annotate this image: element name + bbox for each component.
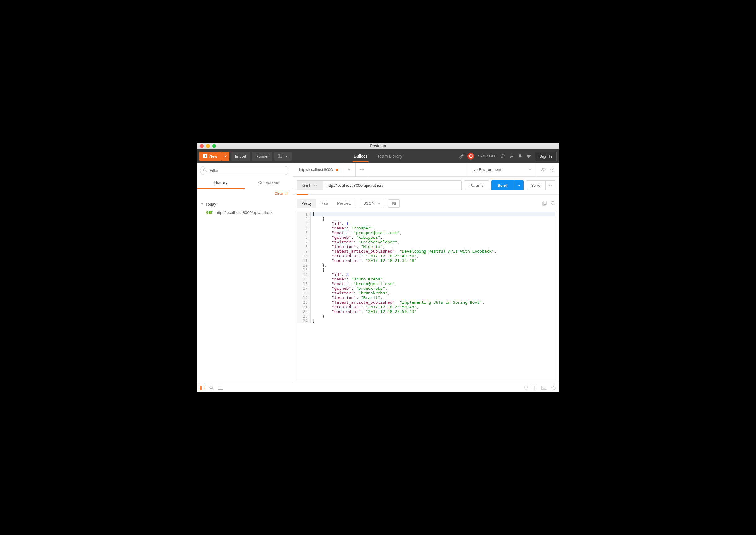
chevron-down-icon: [224, 155, 227, 157]
request-row: GET Params Send Save: [293, 177, 559, 194]
svg-point-5: [543, 169, 544, 170]
toolbar-center-tabs: Builder Team Library: [353, 150, 404, 162]
heart-icon[interactable]: [526, 154, 531, 159]
sidebar-tab-history[interactable]: History: [197, 177, 245, 189]
tab-team-library[interactable]: Team Library: [376, 150, 403, 162]
method-select[interactable]: GET: [297, 180, 323, 190]
svg-rect-13: [218, 386, 223, 390]
svg-rect-8: [544, 201, 546, 205]
raw-button[interactable]: Raw: [316, 199, 333, 208]
sidebar-toggle-button[interactable]: [200, 386, 205, 390]
view-mode-segmented: Pretty Raw Preview: [297, 199, 356, 208]
new-button[interactable]: New: [199, 152, 221, 161]
environment-label: No Environment: [472, 167, 501, 172]
close-icon[interactable]: [200, 144, 204, 148]
chevron-down-icon: [549, 184, 552, 186]
search-icon: [203, 168, 207, 172]
find-button[interactable]: [209, 386, 214, 390]
console-button[interactable]: [218, 386, 223, 390]
unsaved-dot-icon: [336, 169, 338, 171]
sidebar-tab-collections[interactable]: Collections: [245, 177, 293, 189]
sync-indicator[interactable]: [468, 153, 474, 159]
tab-options-button[interactable]: •••: [356, 163, 369, 176]
wrap-icon: [391, 202, 396, 205]
tab-builder[interactable]: Builder: [353, 150, 369, 162]
history-group-label: Today: [205, 202, 216, 207]
response-body-editor[interactable]: 1▾[2▾ {3 "id": 1,4 "name": "Prosper",5 "…: [297, 211, 556, 379]
plus-icon: [203, 154, 207, 158]
copy-response-button[interactable]: [542, 201, 547, 206]
preview-button[interactable]: Preview: [333, 199, 356, 208]
svg-rect-11: [200, 386, 202, 390]
sidebar: History Collections Clear all ▼ Today GE…: [197, 163, 293, 382]
send-dropdown-button[interactable]: [514, 180, 524, 190]
import-button[interactable]: Import: [231, 152, 250, 161]
traffic-lights: [200, 144, 216, 148]
bootcamp-button[interactable]: [524, 385, 528, 390]
method-label: GET: [302, 183, 311, 188]
chevron-down-icon: [377, 203, 380, 204]
request-tab[interactable]: http://localhost:8000/: [295, 163, 343, 176]
toolbar-right: SYNC OFF Sign In: [459, 152, 557, 161]
runner-button[interactable]: Runner: [252, 152, 273, 161]
svg-point-6: [552, 169, 553, 170]
bell-icon[interactable]: [518, 154, 523, 159]
main-toolbar: New Import Runner Builder Team Library S…: [197, 149, 559, 163]
tab-env-row: http://localhost:8000/ ＋ ••• No Environm…: [293, 163, 559, 177]
help-button[interactable]: [551, 385, 556, 390]
new-dropdown-button[interactable]: [221, 152, 229, 161]
app-body: History Collections Clear all ▼ Today GE…: [197, 163, 559, 382]
minimize-icon[interactable]: [206, 144, 210, 148]
response-toolbar: Pretty Raw Preview JSON: [293, 195, 559, 211]
maximize-icon[interactable]: [212, 144, 216, 148]
format-label: JSON: [364, 201, 375, 206]
chevron-down-icon: [529, 169, 531, 171]
titlebar: Postman: [197, 143, 559, 149]
env-quicklook-button[interactable]: [539, 167, 547, 173]
sync-status-label: SYNC OFF: [478, 154, 497, 158]
request-tab-label: http://localhost:8000/: [299, 168, 333, 172]
main-pane: http://localhost:8000/ ＋ ••• No Environm…: [293, 163, 559, 382]
two-pane-button[interactable]: [532, 386, 537, 390]
wrap-lines-button[interactable]: [388, 199, 400, 208]
env-settings-button[interactable]: [549, 166, 556, 174]
signin-button[interactable]: Sign In: [535, 152, 557, 161]
svg-point-12: [210, 386, 212, 389]
search-response-button[interactable]: [551, 201, 556, 206]
pretty-button[interactable]: Pretty: [297, 199, 316, 208]
new-window-button[interactable]: [274, 152, 292, 160]
method-badge: GET: [206, 211, 213, 214]
keyboard-button[interactable]: [541, 386, 547, 390]
window-title: Postman: [370, 144, 386, 148]
windows-icon: [278, 154, 284, 158]
history-item[interactable]: GET http://localhost:8000/api/authors: [197, 209, 292, 217]
clear-all-link[interactable]: Clear all: [197, 189, 292, 198]
params-button[interactable]: Params: [464, 180, 489, 190]
satellite-icon[interactable]: [459, 154, 464, 159]
svg-point-4: [203, 169, 206, 171]
chevron-down-icon: [286, 155, 288, 157]
history-group-header[interactable]: ▼ Today: [197, 200, 292, 209]
new-tab-button[interactable]: ＋: [343, 163, 356, 176]
send-button[interactable]: Send: [491, 180, 514, 190]
filter-input[interactable]: [200, 166, 289, 175]
format-select[interactable]: JSON: [360, 199, 384, 208]
caret-down-icon: ▼: [200, 203, 204, 206]
history-item-url: http://localhost:8000/api/authors: [216, 210, 273, 215]
request-section-divider: [293, 194, 559, 195]
status-bar: [197, 382, 559, 392]
globe-icon[interactable]: [500, 154, 505, 159]
environment-select[interactable]: No Environment: [468, 163, 536, 176]
app-window: Postman New Import Runner Builder Team L…: [197, 143, 559, 392]
svg-rect-2: [279, 154, 283, 157]
url-input[interactable]: [323, 180, 462, 190]
save-dropdown-button[interactable]: [546, 180, 556, 190]
svg-point-9: [551, 201, 554, 204]
save-button[interactable]: Save: [526, 180, 546, 190]
wrench-icon[interactable]: [509, 154, 514, 159]
chevron-down-icon: [314, 184, 317, 186]
chevron-down-icon: [517, 184, 520, 186]
